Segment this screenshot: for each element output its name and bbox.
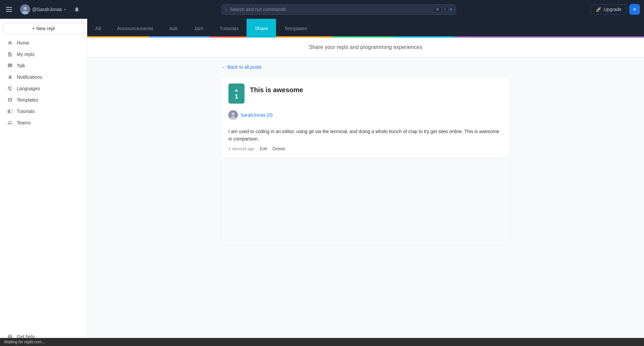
hamburger-button[interactable] — [4, 4, 14, 14]
status-bar: Waiting for replit.com... — [0, 338, 644, 346]
separator-1: · — [257, 146, 258, 151]
post-title: This is awesome — [250, 83, 303, 94]
tab-templates[interactable]: Templates — [276, 19, 315, 38]
k-key: k — [443, 7, 449, 12]
svg-rect-0 — [6, 7, 12, 8]
sidebar-item-teams[interactable]: Teams — [3, 117, 84, 128]
tab-announcements-label: Announcements — [117, 25, 153, 31]
status-text: Waiting for replit.com... — [4, 340, 45, 344]
sidebar-item-notifications-label: Notifications — [17, 74, 42, 80]
chevron-down-icon-search: ▾ — [450, 7, 452, 12]
vote-count: 1 — [235, 93, 238, 100]
author-row: SarahJonas (0) — [228, 110, 503, 120]
svg-point-7 — [231, 112, 235, 116]
edit-link[interactable]: Edit — [260, 146, 267, 151]
author-section: SarahJonas (0) — [222, 110, 509, 128]
tab-jam[interactable]: Jam — [186, 19, 211, 38]
home-icon — [7, 40, 13, 46]
tab-all-label: All — [95, 25, 101, 31]
author-link[interactable]: SarahJonas (0) — [240, 112, 273, 118]
delete-link[interactable]: Delete — [273, 146, 285, 151]
topbar-right: 🚀 Upgrade + — [586, 4, 640, 15]
sidebar-item-templates[interactable]: Templates — [3, 95, 84, 105]
tab-tutorials-label: Tutorials — [219, 25, 238, 31]
author-avatar — [228, 110, 238, 120]
new-repl-button[interactable]: + New repl — [3, 23, 84, 34]
upgrade-label: Upgrade — [603, 7, 622, 12]
sidebar-item-talk[interactable]: Talk — [3, 60, 84, 71]
vote-arrow-icon: ▲ — [234, 87, 239, 93]
search-chevron-icon: › — [226, 7, 227, 12]
sidebar-item-tutorials-label: Tutorials — [17, 109, 35, 114]
post-card: ▲ 1 This is awesome SarahJonas (0) — [221, 76, 510, 245]
tab-all[interactable]: All — [87, 19, 109, 38]
tab-bar: All Announcements Ask Jam Tutorials Shar… — [87, 19, 644, 38]
sidebar-spacer — [3, 129, 84, 331]
talk-icon — [7, 63, 13, 68]
main-content: Share your repls and programming experie… — [87, 38, 644, 346]
notifications-bell-button[interactable] — [72, 4, 82, 14]
plus-icon: + — [633, 6, 637, 13]
sidebar-item-my-repls-label: My repls — [17, 52, 35, 57]
search-shortcut: ⌘ k ▾ — [434, 7, 452, 12]
languages-icon — [7, 86, 13, 91]
user-menu-button[interactable]: @SarahJonas ▾ — [17, 3, 68, 16]
page-subtitle: Share your repls and programming experie… — [94, 44, 637, 50]
sidebar-item-home-label: Home — [17, 40, 29, 46]
cmd-key: ⌘ — [434, 7, 441, 12]
tab-share-label: Share — [255, 25, 268, 31]
sidebar-item-templates-label: Templates — [17, 97, 38, 103]
topbar: @SarahJonas ▾ › Search and run commands … — [0, 0, 644, 19]
topbar-left: @SarahJonas ▾ — [4, 3, 91, 16]
tab-tutorials[interactable]: Tutorials — [211, 19, 247, 38]
post-container: ← Back to all posts ▲ 1 This is awesome — [215, 57, 517, 252]
post-body: I am used to coding in an editor, using … — [222, 128, 509, 143]
new-repl-label: + New repl — [32, 26, 55, 31]
search-input-container[interactable]: › Search and run commands ⌘ k ▾ — [221, 4, 456, 15]
post-timestamp: 1 second ago — [228, 146, 255, 151]
teams-icon — [7, 120, 13, 125]
sidebar-item-my-repls[interactable]: My repls — [3, 49, 84, 60]
tab-jam-label: Jam — [194, 25, 203, 31]
content-area: All Announcements Ask Jam Tutorials Shar… — [87, 19, 644, 346]
notifications-icon — [7, 74, 13, 80]
tab-announcements[interactable]: Announcements — [109, 19, 161, 38]
chevron-down-icon: ▾ — [64, 8, 66, 11]
tab-ask[interactable]: Ask — [161, 19, 186, 38]
templates-icon — [7, 97, 13, 103]
avatar — [20, 4, 30, 14]
search-bar[interactable]: › Search and run commands ⌘ k ▾ — [221, 4, 456, 15]
post-meta: 1 second ago · Edit · Delete — [222, 146, 509, 158]
upgrade-icon: 🚀 — [596, 7, 601, 12]
post-header: ▲ 1 This is awesome — [222, 77, 509, 110]
reply-area[interactable] — [222, 158, 509, 245]
svg-rect-2 — [6, 11, 12, 12]
new-repl-plus-button[interactable]: + — [629, 4, 640, 15]
sidebar-item-notifications[interactable]: Notifications — [3, 72, 84, 82]
svg-rect-1 — [6, 9, 12, 10]
sidebar-item-home[interactable]: Home — [3, 38, 84, 48]
page-header: Share your repls and programming experie… — [87, 38, 644, 57]
tutorials-icon — [7, 109, 13, 114]
my-repls-icon — [7, 52, 13, 57]
separator-2: · — [269, 146, 271, 151]
sidebar-item-tutorials[interactable]: Tutorials — [3, 106, 84, 117]
main-layout: + New repl Home My repls Talk Notificati — [0, 19, 644, 346]
tab-share[interactable]: Share — [247, 19, 276, 38]
sidebar-item-languages[interactable]: Languages — [3, 83, 84, 94]
back-to-posts-link[interactable]: ← Back to all posts — [221, 64, 262, 70]
tab-ask-label: Ask — [169, 25, 178, 31]
sidebar: + New repl Home My repls Talk Notificati — [0, 19, 87, 346]
sidebar-item-teams-label: Teams — [17, 120, 31, 125]
upgrade-button[interactable]: 🚀 Upgrade — [591, 4, 627, 14]
username-text: @SarahJonas — [32, 7, 62, 12]
sidebar-item-languages-label: Languages — [17, 86, 40, 91]
vote-box[interactable]: ▲ 1 — [228, 83, 245, 104]
search-placeholder-text: Search and run commands — [230, 7, 431, 12]
svg-point-4 — [23, 7, 27, 10]
sidebar-item-talk-label: Talk — [17, 63, 25, 68]
tab-templates-label: Templates — [284, 25, 307, 31]
